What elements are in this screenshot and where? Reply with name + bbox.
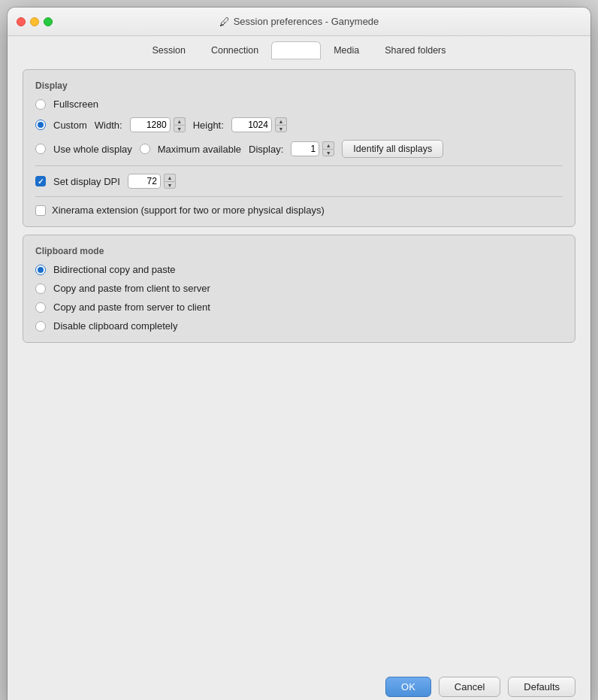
spacer bbox=[23, 350, 575, 656]
dpi-increment[interactable]: ▲ bbox=[164, 174, 176, 181]
height-input-group: ▲ ▼ bbox=[231, 117, 287, 132]
height-increment[interactable]: ▲ bbox=[275, 117, 287, 125]
traffic-lights bbox=[17, 17, 53, 26]
content-area: Display Fullscreen Custom Width: ▲ ▼ H bbox=[8, 59, 590, 666]
dpi-decrement[interactable]: ▼ bbox=[164, 181, 176, 189]
clipboard-option-2: Copy and paste from server to client bbox=[35, 302, 563, 313]
use-whole-display-label: Use whole display bbox=[53, 144, 132, 155]
tab-connection[interactable]: Connection bbox=[199, 42, 270, 59]
title-text: Session preferences - Ganymede bbox=[234, 16, 379, 27]
radio-fullscreen[interactable] bbox=[35, 99, 46, 110]
display-section-label: Display bbox=[35, 80, 563, 91]
tab-display[interactable] bbox=[272, 42, 320, 59]
clipboard-section: Clipboard mode Bidirectional copy and pa… bbox=[23, 235, 575, 343]
window-title: 🖊 Session preferences - Ganymede bbox=[219, 16, 379, 28]
clipboard-option-3: Disable clipboard completely bbox=[35, 320, 563, 332]
defaults-button[interactable]: Defaults bbox=[508, 677, 575, 697]
xinerama-label: Xinerama extension (support for two or m… bbox=[52, 205, 325, 216]
display-number-spinner: ▲ ▼ bbox=[322, 141, 334, 156]
maximum-available-label: Maximum available bbox=[158, 144, 241, 155]
display-options-row: Use whole display Maximum available Disp… bbox=[35, 140, 563, 158]
tab-media[interactable]: Media bbox=[322, 42, 371, 59]
clipboard-option-0: Bidirectional copy and paste bbox=[35, 264, 563, 275]
tab-shared-folders[interactable]: Shared folders bbox=[373, 42, 458, 59]
width-input[interactable] bbox=[130, 117, 171, 132]
radio-custom[interactable] bbox=[35, 120, 46, 130]
height-label: Height: bbox=[193, 120, 224, 131]
dpi-row: ✓ Set display DPI ▲ ▼ bbox=[35, 174, 563, 189]
fullscreen-row: Fullscreen bbox=[35, 98, 563, 110]
divider-2 bbox=[35, 196, 563, 197]
display-num-group: ▲ ▼ bbox=[291, 141, 334, 156]
title-icon: 🖊 bbox=[219, 16, 230, 28]
dpi-input[interactable] bbox=[128, 174, 161, 189]
radio-server-to-client[interactable] bbox=[35, 302, 46, 313]
bottom-bar: OK Cancel Defaults bbox=[8, 666, 590, 700]
fullscreen-label: Fullscreen bbox=[53, 98, 98, 110]
height-spinner: ▲ ▼ bbox=[275, 117, 287, 132]
tab-session[interactable]: Session bbox=[140, 42, 197, 59]
width-increment[interactable]: ▲ bbox=[174, 117, 186, 125]
dpi-input-group: ▲ ▼ bbox=[128, 174, 176, 189]
disable-clipboard-label: Disable clipboard completely bbox=[53, 320, 177, 332]
radio-maximum-available[interactable] bbox=[140, 144, 150, 154]
height-decrement[interactable]: ▼ bbox=[275, 125, 287, 132]
display-number-increment[interactable]: ▲ bbox=[322, 141, 334, 149]
width-input-group: ▲ ▼ bbox=[130, 117, 186, 132]
display-number-input[interactable] bbox=[291, 141, 319, 156]
width-label: Width: bbox=[95, 120, 122, 131]
xinerama-row: Xinerama extension (support for two or m… bbox=[35, 205, 563, 216]
custom-label: Custom bbox=[53, 120, 87, 131]
ok-button[interactable]: OK bbox=[385, 677, 431, 697]
radio-bidirectional[interactable] bbox=[35, 265, 46, 275]
maximize-button[interactable] bbox=[44, 17, 53, 26]
clipboard-section-label: Clipboard mode bbox=[35, 246, 563, 256]
display-number-decrement[interactable]: ▼ bbox=[322, 149, 334, 156]
checkbox-xinerama[interactable] bbox=[35, 205, 46, 216]
width-spinner: ▲ ▼ bbox=[174, 117, 186, 132]
height-input[interactable] bbox=[231, 117, 272, 132]
window: 🖊 Session preferences - Ganymede Session… bbox=[8, 8, 590, 700]
custom-row: Custom Width: ▲ ▼ Height: ▲ ▼ bbox=[35, 117, 563, 132]
client-to-server-label: Copy and paste from client to server bbox=[53, 283, 210, 294]
dpi-spinner: ▲ ▼ bbox=[164, 174, 176, 189]
close-button[interactable] bbox=[17, 17, 26, 26]
radio-whole-display[interactable] bbox=[35, 144, 46, 154]
bidirectional-label: Bidirectional copy and paste bbox=[53, 264, 176, 275]
minimize-button[interactable] bbox=[30, 17, 39, 26]
width-decrement[interactable]: ▼ bbox=[174, 125, 186, 132]
cancel-button[interactable]: Cancel bbox=[439, 677, 500, 697]
set-dpi-label: Set display DPI bbox=[53, 176, 120, 187]
display-number-label: Display: bbox=[249, 144, 283, 155]
tab-bar: Session Connection Media Shared folders bbox=[8, 36, 590, 59]
titlebar: 🖊 Session preferences - Ganymede bbox=[8, 8, 590, 36]
divider-1 bbox=[35, 165, 563, 166]
display-section: Display Fullscreen Custom Width: ▲ ▼ H bbox=[23, 69, 575, 227]
server-to-client-label: Copy and paste from server to client bbox=[53, 302, 210, 313]
checkbox-set-dpi[interactable]: ✓ bbox=[35, 176, 46, 186]
identify-displays-button[interactable]: Identify all displays bbox=[342, 140, 443, 158]
radio-disable-clipboard[interactable] bbox=[35, 321, 46, 332]
clipboard-option-1: Copy and paste from client to server bbox=[35, 283, 563, 294]
radio-client-to-server[interactable] bbox=[35, 283, 46, 294]
